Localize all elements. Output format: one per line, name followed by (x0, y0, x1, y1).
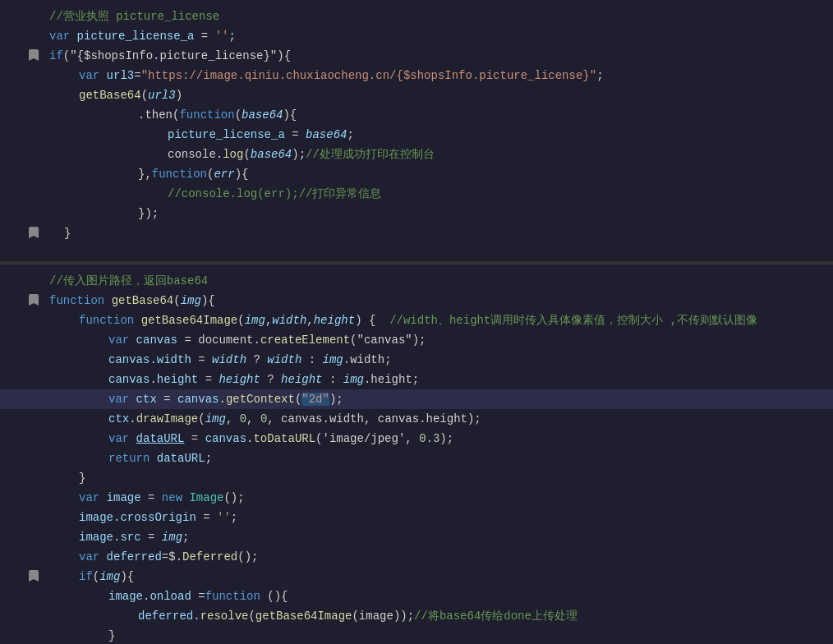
code-token: = (196, 511, 217, 524)
code-token: //处理成功打印在控制台 (306, 147, 435, 162)
code-token: dataURL (157, 452, 205, 465)
code-line: var dataURL = canvas.toDataURL('image/jp… (0, 429, 833, 448)
code-token: function (79, 314, 141, 327)
code-line-highlighted: var ctx = canvas.getContext("2d"); (0, 389, 833, 409)
code-line: } (0, 223, 833, 243)
code-line: function getBase64Image(img,width,height… (0, 310, 833, 330)
code-token: ){ (235, 168, 249, 181)
code-token: //console.log(err);//打印异常信息 (168, 186, 381, 201)
bookmark-icon (25, 292, 41, 309)
code-token: 0.3 (419, 432, 440, 445)
code-token: = (198, 373, 219, 386)
editor-container: //营业执照 picture_license var picture_licen… (0, 0, 833, 644)
code-line: var picture_license_a = ''; (0, 26, 833, 46)
code-token: var (108, 334, 136, 347)
code-token: //传入图片路径，返回base64 (49, 274, 208, 288)
code-token: resolve (200, 610, 249, 623)
code-block-top: //营业执照 picture_license var picture_licen… (0, 0, 833, 250)
code-line: //营业执照 picture_license (0, 7, 833, 26)
code-token: //将base64传给done上传处理 (414, 609, 578, 623)
code-token: } (108, 629, 115, 642)
code-token: : (301, 353, 322, 366)
code-token: ( (248, 610, 255, 623)
code-token: url3 (148, 89, 176, 102)
code-token: = (184, 432, 205, 445)
code-token: ("canvas"); (350, 334, 426, 347)
code-token: $. (168, 550, 182, 564)
code-token: = (157, 393, 177, 406)
code-token: : (323, 373, 343, 386)
code-token: img (323, 353, 343, 366)
code-token: . (246, 432, 253, 445)
code-token: . (216, 148, 223, 161)
code-token: var (108, 432, 136, 445)
code-token: ("{$shopsInfo.picture_license}"){ (63, 49, 291, 62)
code-token: ; (228, 30, 235, 43)
code-line: deferred.resolve(getBase64Image(image));… (0, 606, 833, 626)
code-line: picture_license_a = base64; (0, 125, 833, 145)
code-token: img (343, 373, 364, 386)
code-token: //营业执照 picture_license (49, 9, 219, 24)
code-token: ( (237, 314, 244, 327)
code-token: img (162, 531, 182, 544)
dataurl-token: dataURL (136, 432, 185, 445)
code-token: }); (138, 207, 159, 220)
code-token: ( (141, 89, 148, 102)
code-line: image.src = img; (0, 527, 833, 547)
code-token: var (49, 30, 77, 43)
code-token: (){ (260, 590, 288, 603)
code-line: .then(function(base64){ (0, 105, 833, 125)
canvas-token: canvas (108, 373, 150, 386)
code-line: var canvas = document.createElement("can… (0, 330, 833, 350)
code-token: document (198, 334, 253, 347)
code-token: ) { (355, 314, 389, 327)
code-token: ); (440, 432, 453, 445)
code-token: base64 (251, 148, 292, 161)
code-token: ? (260, 373, 281, 386)
code-token: ); (292, 148, 306, 161)
code-token: base64 (306, 128, 347, 141)
code-token: ){ (120, 570, 134, 583)
code-token: img (205, 412, 226, 426)
code-line: image.crossOrigin = ''; (0, 508, 833, 527)
code-token: if (79, 570, 93, 583)
code-token: . (219, 393, 225, 406)
code-token: ; (205, 452, 212, 465)
code-token: ){ (201, 294, 215, 307)
code-line: return dataURL; (0, 448, 833, 468)
code-token: Deferred (182, 550, 237, 564)
code-token: ctx (108, 412, 129, 426)
code-token: canvas (136, 334, 177, 347)
code-token: function (179, 108, 234, 122)
code-token: canvas (177, 393, 219, 406)
code-token: img (99, 570, 120, 583)
code-token: , (306, 314, 313, 327)
code-token: }, (138, 168, 152, 181)
code-token: , (226, 412, 240, 426)
code-section-top: //营业执照 picture_license var picture_licen… (0, 0, 833, 263)
code-token: img (245, 314, 265, 327)
code-token: image.crossOrigin (79, 511, 196, 524)
code-token: .width; (343, 353, 392, 366)
code-token: . (253, 334, 260, 347)
code-token: "https://image.qiniu.chuxiaocheng.cn/{$s… (141, 69, 597, 82)
code-token: img (181, 294, 201, 307)
code-token: image.src (79, 531, 141, 544)
code-token: ctx (136, 393, 157, 406)
code-line: function getBase64(img){ (0, 291, 833, 310)
code-token: picture_license_a (77, 30, 195, 43)
bookmark-icon (25, 225, 41, 242)
code-token: (image)); (352, 610, 414, 623)
code-token: if (49, 49, 63, 62)
code-token: = (141, 491, 162, 504)
code-token: var (79, 491, 107, 504)
code-token: .then( (138, 108, 179, 122)
code-token: ( (93, 570, 99, 583)
code-token: } (79, 472, 85, 485)
canvas-height-token: height (157, 373, 198, 386)
code-token: function (205, 590, 260, 603)
code-token: = (194, 30, 214, 43)
code-token: var (79, 550, 107, 564)
code-token: ( (243, 148, 250, 161)
code-token: ; (231, 511, 237, 524)
